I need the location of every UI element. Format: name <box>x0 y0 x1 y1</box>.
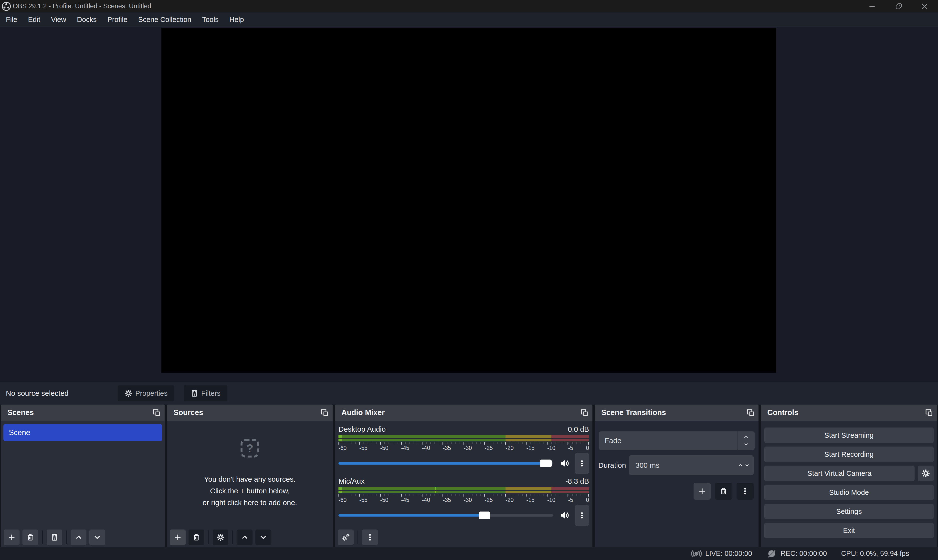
virtual-camera-settings-button[interactable] <box>918 466 933 481</box>
gear-icon <box>125 389 133 397</box>
meter-tick-marks <box>338 442 589 445</box>
source-status-label: No source selected <box>6 382 69 405</box>
volume-slider[interactable] <box>338 514 553 517</box>
menu-edit[interactable]: Edit <box>23 12 46 27</box>
status-bar: LIVE: 00:00:00 REC: 00:00:00 CPU: 0.0%, … <box>0 547 938 560</box>
audio-mixer-dock: Audio Mixer Desktop Audio 0.0 dB -60-55-… <box>335 405 592 547</box>
popout-icon[interactable] <box>925 408 933 417</box>
menu-tools[interactable]: Tools <box>197 12 224 27</box>
controls-dock: Controls Start Streaming Start Recording… <box>761 405 937 547</box>
filters-button[interactable]: Filters <box>184 385 227 402</box>
stream-inactive-icon <box>691 548 702 559</box>
meter-tick-labels: -60-55-50-45-40-35-30-25-20-15-10-50 <box>338 445 589 452</box>
transitions-dock-title: Scene Transitions <box>601 408 666 417</box>
meter-tick-marks <box>338 494 589 497</box>
channel-options-button[interactable] <box>575 452 589 474</box>
scenes-dock-title: Scenes <box>7 408 34 417</box>
obs-logo-icon <box>2 2 11 11</box>
scene-filters-button[interactable] <box>47 529 62 545</box>
mixer-channel-desktop-audio: Desktop Audio 0.0 dB -60-55-50-45-40-35-… <box>338 424 589 475</box>
chevron-down-icon <box>744 442 749 447</box>
volume-slider[interactable] <box>338 462 553 465</box>
remove-transition-button[interactable] <box>715 483 732 500</box>
duration-label: Duration <box>598 455 626 475</box>
sources-toolbar <box>170 529 271 545</box>
scenes-toolbar <box>4 529 105 545</box>
duration-value: 300 ms <box>629 461 738 469</box>
menu-view[interactable]: View <box>46 12 71 27</box>
close-button[interactable] <box>917 0 932 12</box>
menu-profile[interactable]: Profile <box>102 12 133 27</box>
mixer-dock-title: Audio Mixer <box>341 408 385 417</box>
volume-slider-handle[interactable] <box>479 512 491 519</box>
duration-spin-arrows[interactable] <box>738 463 754 468</box>
speaker-icon[interactable] <box>559 458 569 469</box>
exit-button[interactable]: Exit <box>764 523 933 538</box>
speaker-icon[interactable] <box>559 510 569 520</box>
minimize-button[interactable] <box>865 0 879 12</box>
mixer-channel-mic-aux: Mic/Aux -8.3 dB -60-55-50-45-40-35-30-25… <box>338 476 589 526</box>
transition-options-button[interactable] <box>736 483 754 500</box>
studio-mode-button[interactable]: Studio Mode <box>764 485 933 500</box>
settings-button[interactable]: Settings <box>764 504 933 519</box>
preview-canvas <box>161 28 776 372</box>
start-virtual-camera-button[interactable]: Start Virtual Camera <box>764 466 915 481</box>
transitions-toolbar <box>694 483 754 500</box>
transition-selected-value: Fade <box>599 437 737 445</box>
popout-icon[interactable] <box>153 408 161 417</box>
duration-spinbox[interactable]: 300 ms <box>629 455 754 475</box>
obs-window: OBS 29.1.2 - Profile: Untitled - Scenes:… <box>0 0 938 560</box>
chevron-up-icon <box>738 463 744 468</box>
sources-empty-state: You don't have any sources. Click the + … <box>167 438 333 509</box>
channel-name: Mic/Aux <box>338 477 365 485</box>
menu-help[interactable]: Help <box>224 12 249 27</box>
add-scene-button[interactable] <box>4 529 20 545</box>
menu-docks[interactable]: Docks <box>71 12 102 27</box>
scene-list-item[interactable]: Scene <box>3 424 162 441</box>
cpu-fps-status: CPU: 0.0%, 59.94 fps <box>841 549 909 558</box>
transition-select-arrows[interactable] <box>737 431 754 450</box>
window-title: OBS 29.1.2 - Profile: Untitled - Scenes:… <box>13 2 151 10</box>
remove-source-button[interactable] <box>188 529 204 545</box>
remove-scene-button[interactable] <box>22 529 38 545</box>
add-transition-button[interactable] <box>694 483 711 500</box>
menu-bar: File Edit View Docks Profile Scene Colle… <box>0 12 938 27</box>
channel-level-db: -8.3 dB <box>565 477 589 485</box>
menu-scene-collection[interactable]: Scene Collection <box>133 12 197 27</box>
properties-button[interactable]: Properties <box>118 385 174 402</box>
mixer-toolbar <box>338 529 378 545</box>
sources-dock-title: Sources <box>173 408 203 417</box>
gear-icon <box>922 469 930 477</box>
filter-icon <box>190 389 198 397</box>
transition-select[interactable]: Fade <box>599 431 754 450</box>
volume-meter <box>338 435 589 442</box>
advanced-audio-button[interactable] <box>338 529 353 545</box>
popout-icon[interactable] <box>320 408 329 417</box>
sources-dock: Sources You don't have any sources. Clic… <box>167 405 333 547</box>
channel-options-button[interactable] <box>575 505 589 526</box>
question-box-icon <box>239 438 260 459</box>
popout-icon[interactable] <box>746 408 754 417</box>
source-move-down-button[interactable] <box>255 529 271 545</box>
popout-icon[interactable] <box>580 408 589 417</box>
mixer-options-button[interactable] <box>362 529 378 545</box>
workspace <box>0 27 938 382</box>
start-streaming-button[interactable]: Start Streaming <box>764 428 933 443</box>
menu-file[interactable]: File <box>0 12 23 27</box>
scene-transitions-dock: Scene Transitions Fade Duration 300 ms <box>595 405 759 547</box>
rec-status: REC: 00:00:00 <box>766 548 827 559</box>
source-move-up-button[interactable] <box>237 529 253 545</box>
chevron-down-icon <box>744 463 750 468</box>
live-status: LIVE: 00:00:00 <box>691 548 752 559</box>
record-inactive-icon <box>766 548 777 559</box>
controls-dock-title: Controls <box>767 408 798 417</box>
meter-tick-labels: -60-55-50-45-40-35-30-25-20-15-10-50 <box>338 497 589 504</box>
start-recording-button[interactable]: Start Recording <box>764 446 933 462</box>
source-properties-button[interactable] <box>213 529 228 545</box>
scene-move-up-button[interactable] <box>71 529 86 545</box>
title-bar: OBS 29.1.2 - Profile: Untitled - Scenes:… <box>0 0 938 12</box>
volume-slider-handle[interactable] <box>540 460 552 467</box>
scene-move-down-button[interactable] <box>89 529 105 545</box>
add-source-button[interactable] <box>170 529 185 545</box>
restore-button[interactable] <box>891 0 906 12</box>
